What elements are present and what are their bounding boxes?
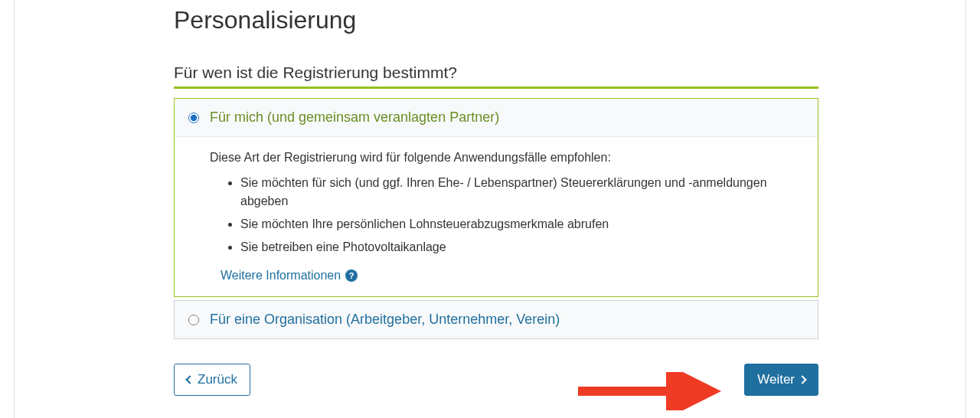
back-button-label: Zurück [198, 372, 237, 387]
option-header-self[interactable]: Für mich (und gemeinsam veranlagten Part… [175, 99, 818, 136]
option-bullet-list: Sie möchten für sich (und ggf. Ihren Ehe… [210, 174, 804, 256]
option-label-org: Für eine Organisation (Arbeitgeber, Unte… [210, 312, 560, 328]
option-intro: Diese Art der Registrierung wird für fol… [210, 151, 804, 165]
section-heading: Für wen ist die Registrierung bestimmt? [174, 64, 818, 89]
option-label-self: Für mich (und gemeinsam veranlagten Part… [210, 109, 499, 126]
button-row: Zurück Weiter [174, 364, 818, 396]
radio-self[interactable] [188, 113, 199, 123]
radio-org[interactable] [188, 315, 199, 325]
next-button-label: Weiter [757, 372, 795, 387]
option-body-self: Diese Art der Registrierung wird für fol… [175, 136, 818, 296]
option-card-org: Für eine Organisation (Arbeitgeber, Unte… [174, 300, 818, 339]
page-container: Personalisierung Für wen ist die Registr… [14, 0, 966, 418]
list-item: Sie betreiben eine Photovoltaikanlage [240, 238, 804, 256]
chevron-left-icon [185, 375, 194, 384]
list-item: Sie möchten für sich (und ggf. Ihren Ehe… [240, 174, 804, 211]
next-button[interactable]: Weiter [744, 364, 818, 396]
more-info-link[interactable]: Weitere Informationen ? [220, 269, 358, 282]
back-button[interactable]: Zurück [174, 364, 250, 396]
option-card-self: Für mich (und gemeinsam veranlagten Part… [174, 98, 818, 297]
content-area: Personalisierung Für wen ist die Registr… [174, 0, 818, 396]
page-heading: Personalisierung [174, 6, 818, 34]
option-header-org[interactable]: Für eine Organisation (Arbeitgeber, Unte… [175, 301, 818, 338]
chevron-right-icon [798, 375, 806, 384]
more-info-label: Weitere Informationen [220, 269, 341, 282]
list-item: Sie möchten Ihre persönlichen Lohnsteuer… [240, 215, 804, 233]
question-circle-icon: ? [345, 269, 358, 282]
registration-option-group: Für mich (und gemeinsam veranlagten Part… [174, 98, 818, 339]
